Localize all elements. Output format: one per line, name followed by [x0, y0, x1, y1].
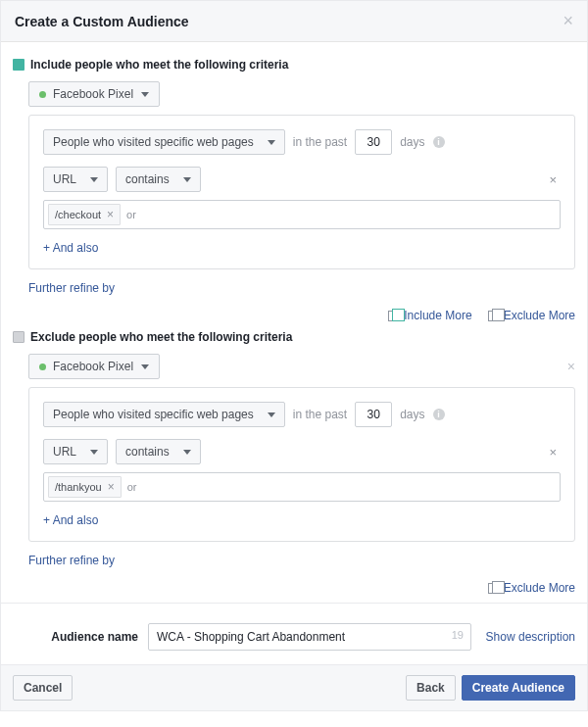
include-refine-link[interactable]: Further refine by [28, 281, 575, 295]
exclude-url-token-input[interactable]: /thankyou × or [43, 472, 561, 502]
exclude-field-select[interactable]: URL [43, 439, 108, 464]
include-section-heading: Include people who meet the following cr… [13, 58, 575, 72]
include-more-link[interactable]: Include More [388, 309, 471, 322]
modal-footer: Cancel Back Create Audience [1, 664, 587, 710]
exclude-refine-link[interactable]: Further refine by [28, 554, 575, 567]
close-icon[interactable]: × [563, 11, 573, 31]
include-days-input[interactable] [355, 129, 392, 155]
exclude-icon [13, 331, 24, 343]
include-more-icon [388, 311, 399, 321]
exclude-days-input[interactable] [355, 402, 392, 427]
include-icon [13, 59, 24, 71]
remove-token-icon[interactable]: × [107, 208, 114, 221]
include-operator-select[interactable]: contains [116, 167, 201, 192]
chevron-down-icon [183, 177, 191, 182]
exclude-section-heading: Exclude people who meet the following cr… [13, 330, 575, 344]
show-description-link[interactable]: Show description [486, 630, 575, 644]
audience-name-label: Audience name [13, 630, 138, 644]
audience-name-row: Audience name 19 Show description [13, 613, 575, 656]
active-pixel-dot-icon [39, 91, 46, 98]
create-custom-audience-modal: Create a Custom Audience × Include peopl… [0, 0, 588, 711]
exclude-more-link[interactable]: Exclude More [488, 309, 575, 322]
exclude-rule-card: People who visited specific web pages in… [28, 387, 575, 542]
include-url-token-input[interactable]: /checkout × or [43, 200, 561, 229]
exclude-more-link-2[interactable]: Exclude More [488, 581, 575, 595]
cancel-button[interactable]: Cancel [13, 675, 73, 701]
exclude-url-token: /thankyou × [48, 476, 122, 498]
exclude-visitor-rule-select[interactable]: People who visited specific web pages [43, 402, 285, 427]
chevron-down-icon [90, 450, 98, 455]
include-criteria-block: Facebook Pixel People who visited specif… [28, 81, 575, 295]
create-audience-button[interactable]: Create Audience [462, 675, 575, 701]
chevron-down-icon [141, 92, 149, 97]
remove-filter-icon[interactable]: × [545, 445, 561, 460]
modal-body: Include people who meet the following cr… [1, 42, 587, 664]
audience-name-counter: 19 [452, 629, 464, 641]
remove-exclude-block-icon[interactable]: × [567, 359, 575, 374]
exclude-source-select[interactable]: Facebook Pixel [28, 354, 160, 379]
remove-token-icon[interactable]: × [108, 480, 115, 494]
exclude-criteria-block: Facebook Pixel × People who visited spec… [28, 354, 575, 567]
chevron-down-icon [268, 140, 275, 145]
exclude-operator-select[interactable]: contains [116, 439, 201, 464]
chevron-down-icon [268, 412, 275, 417]
help-icon[interactable]: i [433, 136, 445, 148]
exclude-more-icon [488, 311, 499, 321]
active-pixel-dot-icon [39, 364, 46, 370]
include-source-select[interactable]: Facebook Pixel [28, 81, 160, 107]
exclude-more-icon [488, 583, 499, 594]
include-visitor-rule-select[interactable]: People who visited specific web pages [43, 129, 285, 155]
chevron-down-icon [183, 450, 191, 455]
divider [1, 603, 587, 604]
chevron-down-icon [141, 364, 149, 369]
include-and-also-link[interactable]: + And also [43, 241, 561, 255]
modal-title: Create a Custom Audience [15, 14, 189, 29]
include-rule-card: People who visited specific web pages in… [28, 115, 575, 269]
chevron-down-icon [90, 177, 98, 182]
help-icon[interactable]: i [433, 409, 445, 420]
include-url-token: /checkout × [48, 204, 121, 225]
exclude-and-also-link[interactable]: + And also [43, 513, 561, 527]
audience-name-input[interactable] [148, 623, 471, 651]
back-button[interactable]: Back [406, 675, 456, 701]
include-field-select[interactable]: URL [43, 167, 108, 192]
remove-filter-icon[interactable]: × [545, 172, 561, 187]
modal-header: Create a Custom Audience × [1, 1, 587, 42]
